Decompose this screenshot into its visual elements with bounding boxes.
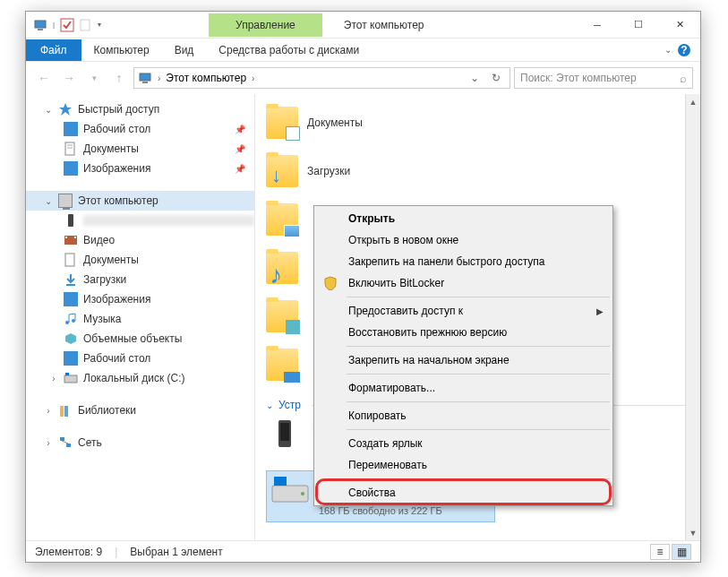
address-dropdown-icon[interactable]: ⌄ xyxy=(465,72,484,84)
svg-rect-14 xyxy=(65,237,67,238)
tab-computer[interactable]: Компьютер xyxy=(81,39,162,61)
scrollbar[interactable]: ▲ ▼ xyxy=(685,94,700,540)
svg-rect-29 xyxy=(280,423,289,441)
folder-icon xyxy=(266,203,298,236)
svg-rect-24 xyxy=(64,406,68,417)
chevron-down-icon[interactable]: ⌄ xyxy=(266,400,273,410)
folder-icon xyxy=(266,349,298,381)
desktop-icon xyxy=(64,122,78,136)
phone-icon xyxy=(64,213,78,228)
sidebar-item-downloads[interactable]: Загрузки xyxy=(26,270,254,289)
breadcrumb-location[interactable]: Этот компьютер xyxy=(166,72,246,84)
svg-rect-9 xyxy=(65,142,74,155)
scroll-up-icon[interactable]: ▲ xyxy=(686,94,700,109)
sidebar-item-documents[interactable]: Документы 📌 xyxy=(26,139,254,159)
address-bar[interactable]: › Этот компьютер › ⌄ ↻ xyxy=(133,67,510,89)
ctx-rename[interactable]: Переименовать xyxy=(316,454,611,476)
sidebar-libraries[interactable]: › Библиотеки xyxy=(26,400,254,420)
svg-rect-21 xyxy=(64,375,77,383)
sidebar-item-pictures[interactable]: Изображения 📌 xyxy=(26,159,254,178)
forward-button[interactable]: → xyxy=(58,67,80,89)
ctx-pin-quick-access[interactable]: Закрепить на панели быстрого доступа xyxy=(316,251,611,272)
status-selection: Выбран 1 элемент xyxy=(130,546,222,558)
sidebar-item-videos[interactable]: Видео xyxy=(26,230,254,250)
close-button[interactable]: ✕ xyxy=(659,12,700,39)
sidebar-item-device[interactable] xyxy=(26,211,254,230)
folder-icon: ↓ xyxy=(266,155,298,187)
refresh-icon[interactable]: ↻ xyxy=(486,72,506,84)
breadcrumb-chevron-icon[interactable]: › xyxy=(158,73,160,83)
chevron-right-icon[interactable]: › xyxy=(44,438,53,448)
drive-icon xyxy=(64,371,78,385)
sidebar-item-pictures[interactable]: Изображения xyxy=(26,289,254,309)
ctx-properties[interactable]: Свойства xyxy=(316,482,611,504)
ctx-pin-start[interactable]: Закрепить на начальном экране xyxy=(316,349,611,371)
view-tiles-button[interactable]: ▦ xyxy=(672,544,691,560)
breadcrumb-chevron-icon[interactable]: › xyxy=(252,73,254,83)
search-icon[interactable]: ⌕ xyxy=(680,72,687,85)
folder-documents[interactable]: Документы xyxy=(266,101,700,144)
pin-icon: 📌 xyxy=(235,164,245,174)
sidebar-item-3d-objects[interactable]: Объемные объекты xyxy=(26,329,254,349)
search-placeholder: Поиск: Этот компьютер xyxy=(520,72,637,84)
sidebar-item-desktop[interactable]: Рабочий стол xyxy=(26,349,254,368)
ctx-bitlocker[interactable]: Включить BitLocker xyxy=(316,272,611,294)
up-button[interactable]: ↑ xyxy=(108,67,130,89)
svg-rect-12 xyxy=(68,214,73,227)
tab-file[interactable]: Файл xyxy=(26,39,81,61)
tab-disk-tools[interactable]: Средства работы с дисками xyxy=(206,39,372,61)
sidebar-item-desktop[interactable]: Рабочий стол 📌 xyxy=(26,119,254,139)
checkbox-icon[interactable] xyxy=(60,18,74,32)
svg-rect-16 xyxy=(65,254,74,266)
navigation-bar: ← → ▾ ↑ › Этот компьютер › ⌄ ↻ Поиск: Эт… xyxy=(26,62,700,94)
document-icon[interactable] xyxy=(78,18,92,32)
manage-tab[interactable]: Управление xyxy=(209,13,322,37)
sidebar-quick-access[interactable]: ⌄ Быстрый доступ xyxy=(26,99,254,119)
ctx-open[interactable]: Открыть xyxy=(316,208,611,229)
sidebar-item-music[interactable]: Музыка xyxy=(26,309,254,329)
ctx-restore-previous[interactable]: Восстановить прежнюю версию xyxy=(316,322,611,343)
context-menu: Открыть Открыть в новом окне Закрепить н… xyxy=(313,205,613,506)
chevron-right-icon[interactable]: › xyxy=(49,374,58,383)
help-icon[interactable]: ? xyxy=(677,43,691,57)
qat-dropdown-icon[interactable]: ▾ xyxy=(96,21,103,29)
back-button[interactable]: ← xyxy=(33,67,55,89)
separator xyxy=(347,429,610,430)
ctx-copy[interactable]: Копировать xyxy=(316,405,611,426)
computer-icon xyxy=(33,18,47,32)
folder-downloads[interactable]: ↓ Загрузки xyxy=(266,150,700,193)
separator xyxy=(347,374,610,375)
sidebar-item-local-disk[interactable]: › Локальный диск (C:) xyxy=(26,368,254,388)
search-box[interactable]: Поиск: Этот компьютер ⌕ xyxy=(514,67,693,89)
computer-icon xyxy=(58,194,73,208)
svg-rect-22 xyxy=(65,373,69,375)
ctx-open-new-window[interactable]: Открыть в новом окне xyxy=(316,229,611,251)
ribbon-help: ⌄ ? xyxy=(655,43,700,57)
pin-icon: 📌 xyxy=(235,144,245,154)
chevron-down-icon[interactable]: ⌄ xyxy=(44,105,53,115)
ctx-create-shortcut[interactable]: Создать ярлык xyxy=(316,433,611,454)
ctx-share-access[interactable]: Предоставить доступ к▶ xyxy=(316,300,611,322)
minimize-button[interactable]: ─ xyxy=(577,12,618,39)
chevron-right-icon[interactable]: › xyxy=(44,406,53,416)
scroll-down-icon[interactable]: ▼ xyxy=(686,525,700,540)
sidebar-network[interactable]: › Сеть xyxy=(26,433,254,452)
maximize-button[interactable]: ☐ xyxy=(618,12,659,39)
shield-icon xyxy=(323,276,338,290)
svg-rect-25 xyxy=(60,437,64,441)
sidebar-this-pc[interactable]: ⌄ Этот компьютер xyxy=(26,191,254,211)
chevron-right-icon: ▶ xyxy=(596,306,604,316)
view-details-button[interactable]: ≡ xyxy=(650,544,670,560)
svg-rect-1 xyxy=(38,29,43,30)
network-icon xyxy=(58,435,73,450)
recent-dropdown[interactable]: ▾ xyxy=(83,67,105,89)
svg-text:?: ? xyxy=(681,44,687,56)
ctx-format[interactable]: Форматировать... xyxy=(316,377,611,399)
sidebar-item-documents[interactable]: Документы xyxy=(26,250,254,270)
tab-view[interactable]: Вид xyxy=(162,39,207,61)
svg-rect-26 xyxy=(66,444,71,447)
separator xyxy=(347,478,610,479)
expand-ribbon-icon[interactable]: ⌄ xyxy=(664,45,672,55)
video-icon xyxy=(64,233,78,247)
chevron-down-icon[interactable]: ⌄ xyxy=(44,196,53,206)
